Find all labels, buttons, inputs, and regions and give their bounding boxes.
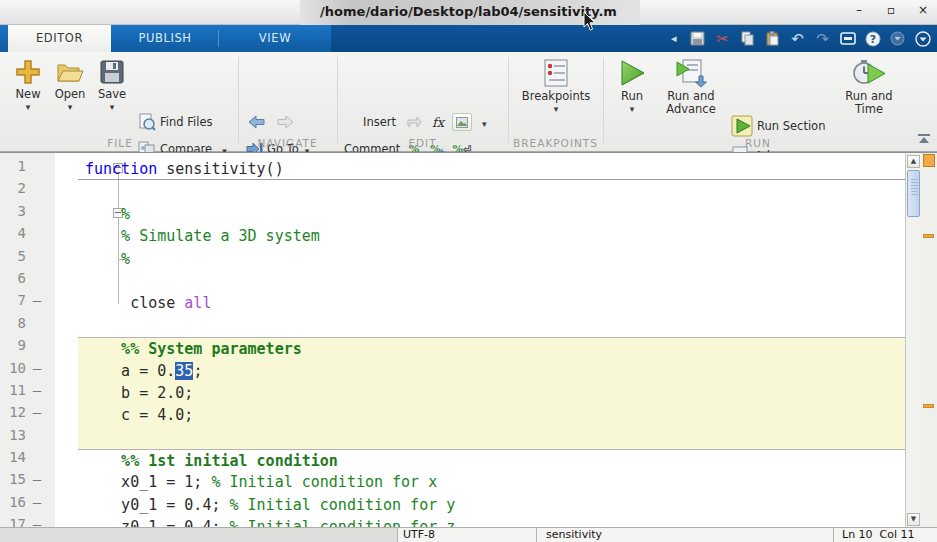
open-dropdown-caret[interactable]: [68, 101, 73, 109]
title-bar: /home/dario/Desktop/lab04/sensitivity.m …: [0, 0, 937, 25]
close-button[interactable]: ×: [915, 2, 931, 18]
tab-editor[interactable]: EDITOR: [8, 25, 111, 52]
undo-icon[interactable]: ↶: [789, 30, 806, 47]
code-segment: y0_1 = 0.4;: [85, 496, 230, 514]
cursor-position-status: Ln 10 Col 11: [833, 528, 937, 542]
run-section-button[interactable]: Run Section: [731, 114, 825, 138]
save-icon[interactable]: [689, 30, 706, 47]
line-number: 14: [0, 449, 55, 471]
code-line[interactable]: b = 2.0;: [78, 382, 905, 404]
redo-icon[interactable]: ↷: [814, 30, 831, 47]
code-line[interactable]: [78, 270, 905, 292]
navigate-history-buttons: [248, 110, 294, 134]
code-line[interactable]: a = 0.35;: [78, 360, 905, 382]
breakpoints-dropdown-caret[interactable]: [554, 103, 559, 111]
tab-view[interactable]: VIEW: [219, 25, 331, 52]
community-icon[interactable]: [914, 30, 931, 47]
minimize-button[interactable]: –: [851, 2, 867, 18]
code-line[interactable]: [78, 427, 905, 449]
tab-publish[interactable]: PUBLISH: [111, 25, 219, 52]
help-icon[interactable]: ?: [864, 30, 881, 47]
quick-access-chevron-icon[interactable]: ◂: [671, 30, 681, 47]
line-number: 1: [0, 158, 55, 180]
line-number: 17–: [0, 516, 55, 527]
code-line[interactable]: [78, 180, 905, 202]
run-and-advance-icon: [675, 58, 707, 88]
code-line[interactable]: function sensitivity(): [78, 158, 905, 180]
window-title: /home/dario/Desktop/lab04/sensitivity.m: [0, 4, 937, 19]
warning-summary-indicator[interactable]: [923, 154, 935, 167]
status-bar: UTF-8 sensitivity Ln 10 Col 11: [0, 527, 937, 542]
warning-marker[interactable]: [923, 234, 934, 238]
code-line[interactable]: %% System parameters: [78, 337, 905, 359]
code-line[interactable]: % Simulate a 3D system: [78, 225, 905, 247]
code-line[interactable]: x0_1 = 1; % Initial condition for x: [78, 471, 905, 493]
code-line[interactable]: %% 1st initial condition: [78, 449, 905, 471]
scroll-up-button[interactable]: ▲: [907, 155, 920, 168]
run-and-time-button[interactable]: Run and Time: [838, 58, 900, 116]
code-segment: ;: [193, 362, 202, 380]
run-and-advance-button[interactable]: Run and Advance: [658, 58, 724, 116]
warning-marker[interactable]: [923, 404, 934, 408]
maximize-button[interactable]: ▫: [883, 2, 899, 18]
code-line[interactable]: [78, 315, 905, 337]
vertical-scrollbar[interactable]: ▲ ▼: [905, 153, 921, 527]
ribbon-tab-bar: EDITOR PUBLISH VIEW ◂ ✂ ↶ ↷ ?: [0, 25, 937, 52]
selected-text: 35: [175, 362, 193, 380]
insert-section-icon[interactable]: [404, 113, 424, 131]
code-segment: x0_1 = 1;: [85, 473, 211, 491]
navigate-section-label: NAVIGATE: [238, 137, 337, 149]
code-line[interactable]: c = 4.0;: [78, 404, 905, 426]
file-section-label: FILE: [60, 137, 180, 149]
find-files-button[interactable]: Find Files: [138, 110, 212, 134]
forward-arrow-icon[interactable]: [276, 115, 294, 129]
code-line[interactable]: close all: [78, 292, 905, 314]
code-segment: z0_1 = 0.4;: [85, 518, 230, 527]
run-icon: [617, 58, 647, 88]
line-number-gutter: 1234567–8910–11–12–131415–16–17–: [0, 158, 55, 527]
open-folder-icon: [55, 58, 85, 86]
insert-dropdown-caret[interactable]: [482, 118, 487, 126]
run-dropdown-caret[interactable]: [630, 103, 635, 111]
line-number: 7–: [0, 292, 55, 314]
save-button[interactable]: Save: [90, 58, 134, 109]
line-number: 5: [0, 248, 55, 270]
copy-icon[interactable]: [739, 30, 756, 47]
toolbar-separator: [603, 57, 604, 143]
open-button[interactable]: Open: [48, 58, 92, 109]
collapse-ribbon-icon[interactable]: [917, 134, 931, 145]
new-file-icon: [14, 58, 42, 86]
back-arrow-icon[interactable]: [248, 115, 266, 129]
line-number: 11–: [0, 382, 55, 404]
scrollbar-grip: [911, 179, 918, 197]
line-number: 8: [0, 315, 55, 337]
line-number: 3: [0, 203, 55, 225]
tab-separator: [110, 30, 111, 47]
save-dropdown-caret[interactable]: [110, 101, 115, 109]
insert-function-icon[interactable]: fx: [428, 113, 448, 131]
code-line[interactable]: y0_1 = 0.4; % Initial condition for y: [78, 494, 905, 516]
code-line[interactable]: z0_1 = 0.4; % Initial condition for z: [78, 516, 905, 527]
toolbar-separator: [508, 57, 509, 143]
insert-row: Insert fx: [344, 110, 487, 134]
edit-section-label: EDIT: [337, 137, 508, 149]
options-icon[interactable]: [889, 30, 906, 47]
breakpoints-button[interactable]: Breakpoints: [521, 58, 591, 111]
insert-image-icon[interactable]: [452, 113, 472, 131]
toolbar-separator: [337, 57, 338, 143]
paste-icon[interactable]: [764, 30, 781, 47]
line-number: 16–: [0, 494, 55, 516]
new-dropdown-caret[interactable]: [26, 101, 31, 109]
scroll-down-button[interactable]: ▼: [907, 513, 920, 526]
code-editor[interactable]: 1234567–8910–11–12–131415–16–17– functio…: [0, 152, 937, 527]
cut-icon[interactable]: ✂: [714, 30, 731, 47]
window-icon[interactable]: [839, 30, 856, 47]
new-button[interactable]: New: [6, 58, 50, 109]
code-segment: b = 2.0;: [85, 384, 193, 402]
window-controls: – ▫ ×: [851, 2, 931, 18]
run-button[interactable]: Run: [610, 58, 654, 111]
code-line[interactable]: %: [78, 203, 905, 225]
breakpoints-section-label: BREAKPOINTS: [508, 137, 603, 149]
code-line[interactable]: %: [78, 248, 905, 270]
scrollbar-thumb[interactable]: [907, 170, 920, 217]
